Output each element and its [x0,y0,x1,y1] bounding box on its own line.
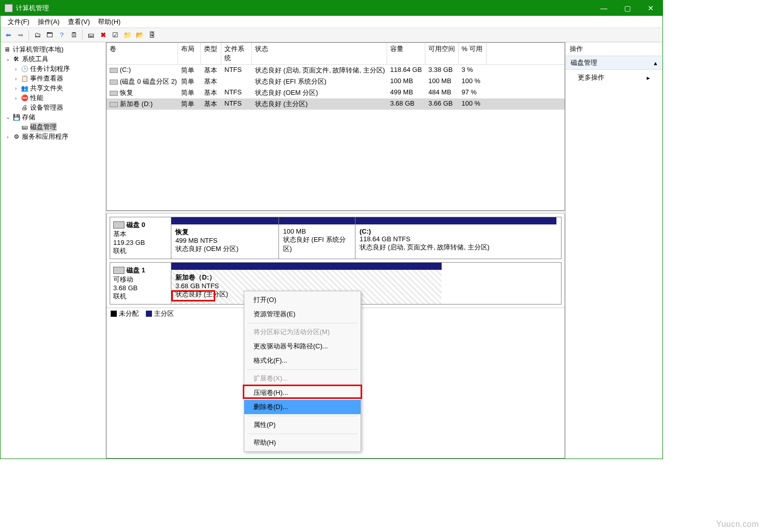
menu-separator [247,416,358,416]
col-layout[interactable]: 布局 [178,43,201,64]
volume-row[interactable]: 新加卷 (D:)简单基本NTFS状态良好 (主分区)3.68 GB3.66 GB… [107,98,565,110]
volume-icon [110,80,118,85]
context-menu-item[interactable]: 帮助(H) [244,436,361,450]
tree-root[interactable]: 计算机管理(本地) [13,45,64,54]
tree-disk-management[interactable]: 磁盘管理 [30,122,57,132]
disk-info[interactable]: 磁盘 1可移动3.68 GB联机 [110,263,171,304]
menu-view[interactable]: 查看(V) [64,16,94,28]
menu-action[interactable]: 操作(A) [34,16,64,28]
partition[interactable]: (C:)118.64 GB NTFS状态良好 (启动, 页面文件, 故障转储, … [355,217,556,259]
watermark: Yuucn.com [716,520,759,529]
delete-icon[interactable]: ✖ [97,30,109,41]
expand-icon[interactable]: › [13,85,19,91]
forward-button[interactable]: ➡ [15,30,26,41]
app-icon [5,4,13,12]
properties-icon[interactable]: 🗔 [44,30,55,41]
context-menu-item[interactable]: 删除卷(D)... [244,400,361,414]
perf-icon: ⛔ [20,94,29,102]
context-menu-item[interactable]: 格式化(F)... [244,353,361,368]
chevron-right-icon: ▸ [647,74,650,82]
legend-unallocated: 未分配 [119,310,139,317]
disk-mgmt-icon: 🖴 [20,123,29,131]
context-menu-item: 扩展卷(X)... [244,371,361,386]
scheduler-icon: 🕒 [20,65,29,73]
volume-row[interactable]: (磁盘 0 磁盘分区 2)简单基本状态良好 (EFI 系统分区)100 MB10… [107,76,565,87]
col-volume[interactable]: 卷 [107,43,178,64]
volume-icon [110,91,118,96]
list-icon[interactable]: 🗄 [146,30,158,41]
partition[interactable]: 恢复499 MB NTFS状态良好 (OEM 分区) [171,217,278,259]
menu-separator [247,434,358,434]
action2-icon[interactable]: 📁 [122,30,133,41]
expand-icon[interactable]: › [5,134,11,140]
tree-storage[interactable]: 存储 [22,113,35,122]
volume-list[interactable]: 卷 布局 类型 文件系统 状态 容量 可用空间 % 可用 (C:)简单基本NTF… [106,42,565,211]
col-status[interactable]: 状态 [252,43,387,64]
context-menu-item[interactable]: 打开(O) [244,293,361,307]
context-menu-item[interactable]: 属性(P) [244,418,361,432]
context-menu-item: 将分区标记为活动分区(M) [244,325,361,339]
volume-icon [110,68,118,73]
disk-info[interactable]: 磁盘 0基本119.23 GB联机 [110,217,171,259]
volume-row[interactable]: (C:)简单基本NTFS状态良好 (启动, 页面文件, 故障转储, 主分区)11… [107,65,565,76]
event-icon: 📋 [20,74,29,83]
menu-help[interactable]: 帮助(H) [94,16,124,28]
legend-primary-swatch [146,311,152,317]
expand-icon[interactable]: › [13,75,19,82]
action3-icon[interactable]: 📂 [134,30,145,41]
tree-shared-folders[interactable]: 共享文件夹 [30,84,63,93]
tree-performance[interactable]: 性能 [30,93,43,103]
view-icon[interactable]: 🗓 [68,30,80,41]
tree-device-manager[interactable]: 设备管理器 [30,103,63,112]
volume-header-row: 卷 布局 类型 文件系统 状态 容量 可用空间 % 可用 [107,43,565,65]
actions-more[interactable]: 更多操作▸ [566,70,662,85]
tree-task-scheduler[interactable]: 任务计划程序 [30,64,70,73]
legend-primary: 主分区 [154,310,174,317]
col-type[interactable]: 类型 [201,43,221,64]
menu-file[interactable]: 文件(F) [4,16,34,28]
collapse-icon[interactable]: ⌄ [5,114,11,120]
volume-row[interactable]: 恢复简单基本NTFS状态良好 (OEM 分区)499 MB484 MB97 % [107,87,565,98]
col-free[interactable]: 可用空间 [425,43,458,64]
close-button[interactable]: ✕ [639,1,662,16]
context-menu-item[interactable]: 压缩卷(H)... [244,386,361,400]
tree-event-viewer[interactable]: 事件查看器 [30,74,63,83]
col-capacity[interactable]: 容量 [387,43,425,64]
menu-separator [247,323,358,323]
expand-icon[interactable]: › [13,66,19,72]
help-icon[interactable]: ? [56,30,67,41]
col-pct[interactable]: % 可用 [458,43,487,64]
titlebar[interactable]: 计算机管理 — ▢ ✕ [1,1,662,16]
legend-unallocated-swatch [111,311,117,317]
context-menu[interactable]: 打开(O)资源管理器(E)将分区标记为活动分区(M)更改驱动器号和路径(C)..… [244,291,361,452]
disk-row: 磁盘 0基本119.23 GB联机恢复499 MB NTFS状态良好 (OEM … [110,217,562,259]
tools-icon: 🛠 [12,55,20,63]
show-hide-tree-icon[interactable]: 🗂 [32,30,43,41]
refresh-icon[interactable]: 🖴 [85,30,96,41]
tree-services[interactable]: 服务和应用程序 [22,132,68,141]
services-icon: ⚙ [12,133,20,141]
menu-separator [247,369,358,370]
shared-icon: 👥 [20,84,29,92]
context-menu-item[interactable]: 更改驱动器号和路径(C)... [244,339,361,353]
actions-header: 操作 [566,42,662,56]
tree-system-tools[interactable]: 系统工具 [22,55,48,64]
window-title: 计算机管理 [16,4,592,13]
minimize-button[interactable]: — [592,1,616,16]
context-menu-item[interactable]: 资源管理器(E) [244,307,361,321]
computer-icon: 🖥 [3,45,11,54]
actions-pane: 操作 磁盘管理▴ 更多操作▸ [566,42,662,459]
volume-icon [110,102,118,107]
device-icon: 🖨 [20,104,29,112]
menubar: 文件(F) 操作(A) 查看(V) 帮助(H) [1,16,662,28]
toolbar: ⬅ ➡ 🗂 🗔 ? 🗓 🖴 ✖ ☑ 📁 📂 🗄 [1,28,662,42]
maximize-button[interactable]: ▢ [616,1,639,16]
expand-icon[interactable]: › [13,95,19,101]
back-button[interactable]: ⬅ [3,30,14,41]
partition[interactable]: 100 MB状态良好 (EFI 系统分区) [278,217,355,259]
actions-section[interactable]: 磁盘管理▴ [566,56,662,70]
collapse-icon[interactable]: ⌄ [5,56,11,62]
action-icon[interactable]: ☑ [110,30,121,41]
nav-tree[interactable]: 🖥计算机管理(本地) ⌄🛠系统工具 ›🕒任务计划程序 ›📋事件查看器 ›👥共享文… [1,42,106,459]
col-fs[interactable]: 文件系统 [221,43,252,64]
